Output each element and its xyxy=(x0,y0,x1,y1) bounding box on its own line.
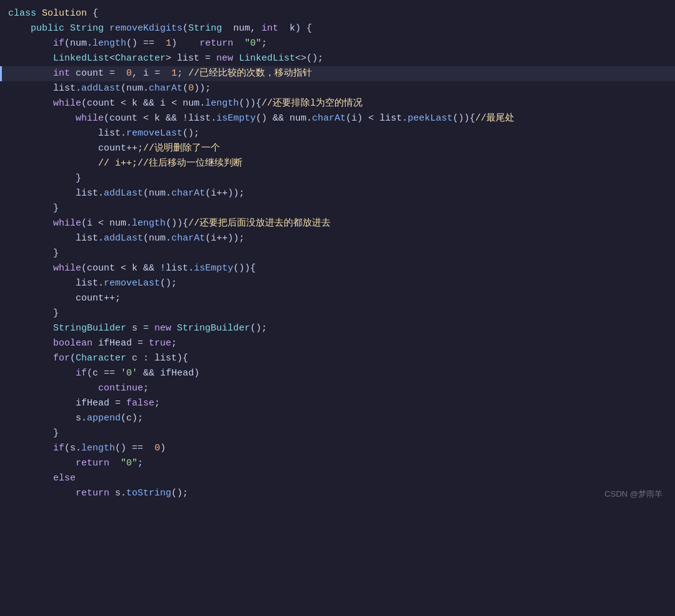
watermark: CSDN @梦雨羊 xyxy=(604,488,662,501)
code-line: for(Character c : list){ xyxy=(0,351,675,366)
code-line: if(c == '0' && ifHead) xyxy=(0,366,675,381)
code-line: if(s.length() == 0) xyxy=(0,441,675,456)
code-line: s.append(c); xyxy=(0,411,675,426)
code-line: public String removeKdigits(String num, … xyxy=(0,21,675,36)
code-line: while(count < k && !list.isEmpty()){ xyxy=(0,261,675,276)
code-line: } xyxy=(0,246,675,261)
code-line: while(count < k && !list.isEmpty() && nu… xyxy=(0,111,675,126)
code-line: return "0"; xyxy=(0,456,675,471)
code-line: } xyxy=(0,306,675,321)
code-line-highlighted: int count = 0, i = 1; //已经比较的次数，移动指针 xyxy=(0,66,675,81)
code-line: count++;//说明删除了一个 xyxy=(0,141,675,156)
code-line: ifHead = false; xyxy=(0,396,675,411)
code-container: class Solution { public String removeKdi… xyxy=(0,0,675,507)
code-line: list.addLast(num.charAt(i++)); xyxy=(0,186,675,201)
code-line: class Solution { xyxy=(0,6,675,21)
code-line: // i++;//往后移动一位继续判断 xyxy=(0,156,675,171)
code-line: while(count < k && i < num.length()){//还… xyxy=(0,96,675,111)
code-line: LinkedList<Character> list = new LinkedL… xyxy=(0,51,675,66)
code-line: list.removeLast(); xyxy=(0,276,675,291)
code-line: if(num.length() == 1) return "0"; xyxy=(0,36,675,51)
code-line: count++; xyxy=(0,291,675,306)
code-line: list.addLast(num.charAt(0)); xyxy=(0,81,675,96)
code-line: } xyxy=(0,171,675,186)
code-line: StringBuilder s = new StringBuilder(); xyxy=(0,321,675,336)
code-line: } xyxy=(0,426,675,441)
code-line: else xyxy=(0,471,675,486)
code-line: continue; xyxy=(0,381,675,396)
code-line: return s.toString(); xyxy=(0,486,675,501)
code-line: boolean ifHead = true; xyxy=(0,336,675,351)
code-line: list.addLast(num.charAt(i++)); xyxy=(0,231,675,246)
code-line: list.removeLast(); xyxy=(0,126,675,141)
code-line: while(i < num.length()){//还要把后面没放进去的都放进去 xyxy=(0,216,675,231)
code-line: } xyxy=(0,201,675,216)
